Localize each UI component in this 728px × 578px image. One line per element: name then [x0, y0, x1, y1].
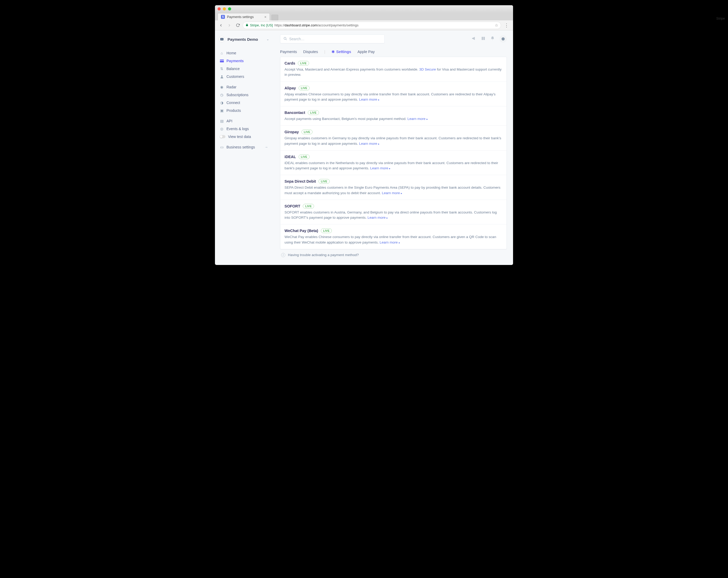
topbar — [280, 34, 507, 44]
method-title: Sepa Direct Debit — [285, 179, 316, 184]
method-description: Alipay enables Chinese consumers to pay … — [285, 92, 502, 103]
method-link[interactable]: Learn more — [370, 166, 388, 170]
payment-method-sofort[interactable]: SOFORTLIVESOFORT enables customers in Au… — [280, 200, 506, 225]
sidebar-item-api[interactable]: ▤ API — [216, 117, 272, 125]
home-icon: ⌂ — [220, 51, 224, 55]
method-title: Giropay — [285, 130, 299, 134]
method-title: WeChat Pay (Beta) — [285, 229, 318, 233]
svg-rect-0 — [220, 59, 224, 62]
payment-method-alipay[interactable]: AlipayLIVEAlipay enables Chinese consume… — [280, 82, 506, 107]
sidebar-label: Business settings — [227, 145, 255, 149]
sidebar: Payments Demo ⌄ ⌂ Home Payments ⇅ Balanc… — [215, 30, 274, 265]
customers-icon — [220, 75, 224, 79]
balance-icon: ⇅ — [220, 66, 224, 71]
new-tab-button[interactable] — [271, 15, 278, 20]
docs-icon[interactable] — [481, 36, 486, 42]
method-link[interactable]: Learn more — [359, 142, 377, 145]
footer-text[interactable]: Having trouble activating a payment meth… — [288, 253, 359, 257]
browser-tabbar: S Payments settings × Stripe — [215, 12, 513, 20]
connect-icon: ◑ — [220, 101, 224, 105]
window-close-button[interactable] — [217, 7, 221, 10]
sidebar-item-view-test-data[interactable]: View test data — [216, 133, 272, 141]
titlebar — [215, 5, 513, 12]
live-badge: LIVE — [298, 155, 310, 159]
url-bar: Stripe, Inc [US] https://dashboard.strip… — [215, 20, 513, 30]
tab-title: Payments settings — [227, 15, 254, 19]
method-title: SOFORT — [285, 204, 300, 208]
payment-method-giropay[interactable]: GiropayLIVEGiropay enables customers in … — [280, 126, 506, 150]
tab-disputes[interactable]: Disputes — [303, 48, 318, 55]
sidebar-item-balance[interactable]: ⇅ Balance — [216, 65, 272, 73]
sidebar-item-subscriptions[interactable]: ◷ Subscriptions — [216, 91, 272, 99]
user-avatar[interactable] — [499, 35, 507, 43]
chevron-right-icon: ▸ — [389, 167, 390, 170]
sidebar-item-connect[interactable]: ◑ Connect — [216, 99, 272, 107]
url-text: https://dashboard.stripe.com/account/pay… — [274, 23, 359, 27]
sidebar-label: Events & logs — [227, 127, 249, 131]
payment-method-cards[interactable]: CardsLIVEAccept Visa, Mastercard and Ame… — [280, 57, 506, 82]
radar-icon: ◉ — [220, 85, 224, 89]
sidebar-item-home[interactable]: ⌂ Home — [216, 49, 272, 57]
payment-method-wechat[interactable]: WeChat Pay (Beta)LIVEWeChat Pay enables … — [280, 224, 506, 249]
payment-method-sepa[interactable]: Sepa Direct DebitLIVESEPA Direct Debit e… — [280, 175, 506, 200]
method-link[interactable]: 3D Secure — [419, 67, 436, 71]
sidebar-item-customers[interactable]: Customers — [216, 73, 272, 81]
bookmark-star-icon[interactable]: ☆ — [495, 23, 498, 28]
subscriptions-icon: ◷ — [220, 93, 224, 97]
window-minimize-button[interactable] — [223, 7, 226, 10]
reload-button[interactable] — [234, 22, 241, 29]
sidebar-group-2: ◉ Radar ◷ Subscriptions ◑ Connect ▣ Prod… — [216, 83, 272, 114]
sidebar-label: View test data — [228, 135, 251, 139]
tab-settings[interactable]: ✱ Settings — [332, 48, 351, 55]
products-icon: ▣ — [220, 108, 224, 113]
api-icon: ▤ — [220, 119, 224, 123]
sidebar-item-products[interactable]: ▣ Products — [216, 107, 272, 114]
svg-point-3 — [284, 37, 286, 39]
payment-method-bancontact[interactable]: BancontactLIVEAccept payments using Banc… — [280, 106, 506, 126]
sidebar-item-business-settings[interactable]: ▭ Business settings → — [216, 143, 272, 151]
address-bar[interactable]: Stripe, Inc [US] https://dashboard.strip… — [243, 22, 501, 29]
method-description: WeChat Pay enables Chinese consumers to … — [285, 235, 502, 245]
method-link[interactable]: Learn more — [408, 117, 425, 121]
method-link[interactable]: Learn more — [380, 240, 398, 244]
account-switcher[interactable]: Payments Demo ⌄ — [216, 35, 272, 47]
test-data-toggle[interactable] — [220, 135, 226, 138]
info-icon: i — [281, 253, 285, 257]
sidebar-label: Radar — [227, 85, 236, 89]
method-link[interactable]: Learn more — [368, 216, 386, 220]
tab-separator: | — [324, 50, 325, 54]
tab-close-icon[interactable]: × — [264, 15, 266, 19]
search-input[interactable] — [289, 37, 381, 41]
method-link[interactable]: Learn more — [382, 191, 400, 195]
live-badge: LIVE — [303, 204, 314, 209]
back-button[interactable] — [217, 22, 224, 29]
tab-payments[interactable]: Payments — [280, 48, 297, 55]
sidebar-label: Products — [227, 108, 241, 113]
payment-method-ideal[interactable]: iDEALLIVEiDEAL enables customers in the … — [280, 150, 506, 175]
window-zoom-button[interactable] — [228, 7, 231, 10]
account-icon — [218, 36, 225, 42]
lock-icon — [245, 23, 249, 27]
sidebar-group-3: ▤ API ◎ Events & logs View test data — [216, 117, 272, 141]
sidebar-item-radar[interactable]: ◉ Radar — [216, 83, 272, 91]
sidebar-label: Customers — [227, 75, 244, 79]
browser-tab[interactable]: S Payments settings × — [217, 13, 270, 20]
chevron-right-icon: ▸ — [378, 98, 380, 101]
content-tabs: Payments Disputes | ✱ Settings Apple Pay — [280, 48, 507, 56]
favicon-icon: S — [221, 15, 225, 19]
sidebar-item-events-logs[interactable]: ◎ Events & logs — [216, 125, 272, 133]
method-description: SOFORT enables customers in Austria, Ger… — [285, 210, 502, 221]
method-description: iDEAL enables customers in the Netherlan… — [285, 160, 502, 171]
method-description: SEPA Direct Debit enables customers in t… — [285, 185, 502, 196]
payments-icon — [220, 59, 224, 63]
notifications-icon[interactable] — [490, 36, 495, 42]
search-box[interactable] — [280, 34, 385, 44]
forward-button[interactable] — [226, 22, 233, 29]
tab-apple-pay[interactable]: Apple Pay — [358, 48, 375, 55]
browser-menu-button[interactable]: ⋮ — [502, 23, 511, 28]
announcements-icon[interactable] — [471, 36, 476, 42]
method-description: Giropay enables customers in Germany to … — [285, 136, 502, 146]
sidebar-item-payments[interactable]: Payments — [216, 57, 272, 65]
method-link[interactable]: Learn more — [359, 98, 377, 101]
chevron-down-icon: ⌄ — [266, 37, 269, 41]
